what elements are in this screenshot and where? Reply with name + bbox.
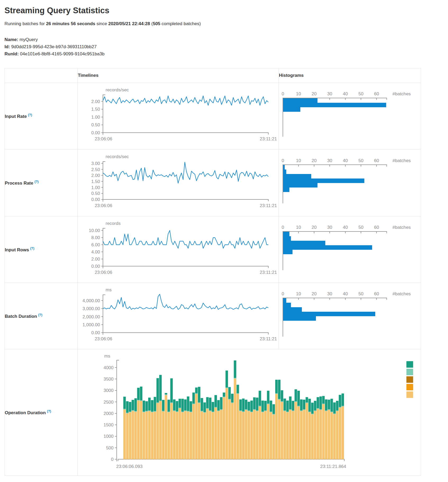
svg-text:2500: 2500 — [103, 399, 114, 404]
svg-text:0: 0 — [282, 291, 284, 296]
svg-text:10.00: 10.00 — [89, 228, 100, 233]
query-runid-value: 04e101e6-8bf8-4165-9099-9104c951ba3b — [19, 51, 105, 56]
svg-text:50: 50 — [359, 91, 364, 96]
svg-text:3000: 3000 — [103, 388, 114, 393]
svg-text:4,000.00: 4,000.00 — [83, 298, 100, 303]
input-rows-label-cell: Input Rows (?) — [5, 216, 78, 283]
svg-text:23:06:06: 23:06:06 — [95, 336, 112, 341]
svg-text:30: 30 — [327, 225, 332, 230]
svg-text:20: 20 — [312, 225, 317, 230]
svg-text:23:11:21: 23:11:21 — [260, 203, 277, 208]
svg-text:10: 10 — [296, 225, 301, 230]
svg-text:3,000.00: 3,000.00 — [83, 306, 100, 311]
svg-text:23:06:06.093: 23:06:06.093 — [116, 464, 142, 469]
svg-text:#batches: #batches — [392, 91, 411, 96]
running-batches-summary: Running batches for 26 minutes 56 second… — [4, 21, 448, 26]
operation-duration-label-cell: Operation Duration (?) — [5, 349, 78, 476]
svg-text:0: 0 — [111, 457, 114, 462]
svg-text:0: 0 — [282, 158, 284, 163]
svg-text:1.00: 1.00 — [91, 185, 100, 190]
svg-text:1.00: 1.00 — [91, 115, 100, 120]
start-time: 2020/05/21 22:44:28 — [108, 21, 150, 26]
svg-text:50: 50 — [359, 158, 364, 163]
svg-text:10: 10 — [296, 91, 301, 96]
svg-text:60: 60 — [374, 291, 379, 296]
svg-text:50: 50 — [359, 225, 364, 230]
svg-text:40: 40 — [343, 91, 348, 96]
process-rate-timeline-chart: records/sec0.000.501.001.502.002.503.002… — [78, 150, 279, 216]
svg-text:23:11:21: 23:11:21 — [260, 136, 277, 141]
empty-header-cell — [5, 68, 78, 83]
since-text: since — [95, 21, 108, 26]
input-rate-timeline-chart: records/sec0.000.501.001.502.0023:06:062… — [78, 83, 279, 149]
svg-text:23:11:21.864: 23:11:21.864 — [320, 464, 346, 469]
svg-text:40: 40 — [343, 225, 348, 230]
svg-text:60: 60 — [374, 91, 379, 96]
svg-text:records/sec: records/sec — [106, 87, 129, 92]
paren-close: completed batches) — [160, 21, 201, 26]
svg-text:23:06:06: 23:06:06 — [95, 136, 112, 141]
query-id-label: Id: — [4, 44, 10, 49]
completed-batches-count: 505 — [153, 21, 160, 26]
svg-text:10: 10 — [296, 291, 301, 296]
svg-text:0.50: 0.50 — [91, 122, 100, 127]
svg-text:#batches: #batches — [392, 158, 411, 163]
input-rate-label: Input Rate — [5, 114, 27, 119]
svg-text:1500: 1500 — [103, 422, 114, 427]
batch-duration-help-icon[interactable]: (?) — [38, 313, 42, 317]
operation-duration-chart: ms0500100015002000250030003500400023:06:… — [78, 350, 421, 475]
svg-text:2.00: 2.00 — [91, 173, 100, 178]
svg-text:1.50: 1.50 — [91, 107, 100, 112]
input-rows-timeline-chart: records0.002.004.006.008.0010.0023:06:06… — [78, 216, 279, 283]
svg-text:2.50: 2.50 — [91, 167, 100, 172]
svg-text:ms: ms — [106, 287, 112, 292]
svg-text:60: 60 — [374, 158, 379, 163]
svg-text:30: 30 — [327, 291, 332, 296]
operation-duration-label: Operation Duration — [5, 410, 46, 415]
svg-text:0.00: 0.00 — [91, 264, 100, 269]
batch-duration-timeline-chart: ms0.001,000.002,000.003,000.004,000.0023… — [78, 283, 279, 349]
svg-text:4.00: 4.00 — [91, 249, 100, 255]
svg-text:2,000.00: 2,000.00 — [83, 314, 100, 319]
svg-text:0.00: 0.00 — [91, 130, 100, 135]
streaming-query-statistics-page: Streaming Query Statistics Running batch… — [0, 0, 448, 482]
svg-text:0: 0 — [282, 225, 284, 230]
batch-duration-label-cell: Batch Duration (?) — [5, 283, 78, 349]
process-rate-histogram-chart: 0102030405060#batches — [279, 150, 421, 216]
query-metadata: Name: myQuery Id: 9d0dd219-995d-423e-b97… — [4, 36, 448, 57]
paren-open: ( — [150, 21, 153, 26]
svg-text:ms: ms — [104, 354, 110, 359]
input-rate-label-cell: Input Rate (?) — [5, 83, 78, 149]
process-rate-help-icon[interactable]: (?) — [34, 180, 38, 184]
svg-text:1000: 1000 — [103, 434, 114, 439]
input-rate-help-icon[interactable]: (?) — [28, 113, 32, 117]
svg-text:40: 40 — [343, 158, 348, 163]
svg-text:1,000.00: 1,000.00 — [83, 322, 100, 327]
svg-text:0.00: 0.00 — [91, 330, 100, 335]
process-rate-label-cell: Process Rate (?) — [5, 149, 78, 216]
input-rows-label: Input Rows — [5, 247, 29, 252]
batch-duration-row: Batch Duration (?) ms0.001,000.002,000.0… — [5, 283, 421, 349]
svg-text:40: 40 — [343, 291, 348, 296]
svg-text:10: 10 — [296, 158, 301, 163]
svg-text:2.00: 2.00 — [91, 99, 100, 104]
batch-duration-histogram-chart: 0102030405060#batches — [279, 283, 421, 349]
query-runid-line: RunId: 04e101e6-8bf8-4165-9099-9104c951b… — [4, 50, 448, 57]
input-rows-histogram-chart: 0102030405060#batches — [279, 216, 421, 283]
svg-text:#batches: #batches — [392, 291, 411, 296]
timelines-column-header: Timelines — [78, 68, 279, 83]
svg-text:8.00: 8.00 — [91, 235, 100, 240]
page-title: Streaming Query Statistics — [4, 6, 448, 15]
process-rate-row: Process Rate (?) records/sec0.000.501.00… — [5, 149, 421, 216]
svg-text:2000: 2000 — [103, 411, 114, 416]
operation-duration-help-icon[interactable]: (?) — [47, 409, 51, 413]
svg-text:20: 20 — [312, 291, 317, 296]
svg-text:30: 30 — [327, 91, 332, 96]
input-rows-help-icon[interactable]: (?) — [30, 247, 34, 250]
svg-text:#batches: #batches — [392, 225, 411, 230]
svg-text:23:11:21: 23:11:21 — [260, 270, 277, 275]
svg-text:500: 500 — [106, 445, 114, 450]
svg-text:30: 30 — [327, 158, 332, 163]
histograms-column-header: Histograms — [279, 68, 421, 83]
svg-text:6.00: 6.00 — [91, 242, 100, 247]
